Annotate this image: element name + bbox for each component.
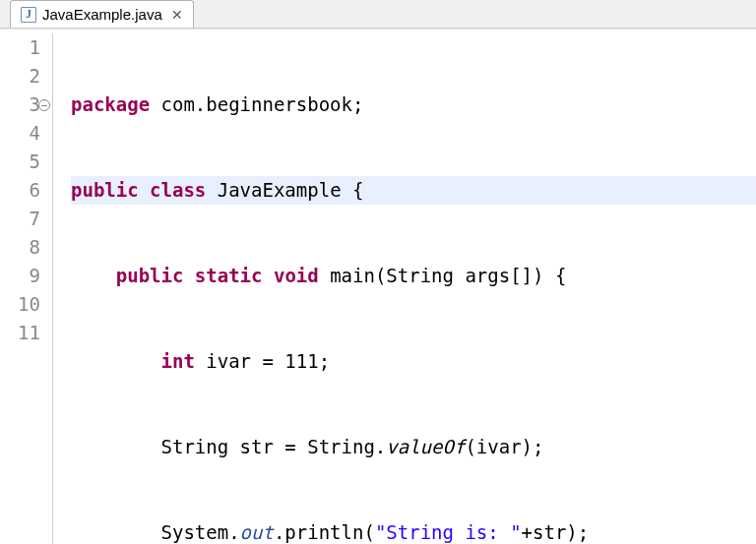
line-number-gutter: 1 2 3 4 5 6 7 8 9 10 11 [0,33,53,544]
line-number: 10 [0,290,40,319]
fold-toggle-icon[interactable] [38,99,50,111]
java-file-icon: J [21,7,36,23]
close-icon[interactable]: ✕ [168,7,183,23]
code-area[interactable]: package com.beginnersbook; public class … [53,33,756,544]
code-line: String str = String.valueOf(ivar); [71,433,756,461]
line-number: 7 [0,205,40,233]
line-number: 4 [0,119,40,148]
line-number: 3 [0,91,40,119]
code-editor[interactable]: 1 2 3 4 5 6 7 8 9 10 11 package com.begi… [0,29,756,544]
code-line: int ivar = 111; [71,347,756,376]
code-line: System.out.println("String is: "+str); [71,518,756,544]
line-number: 8 [0,233,40,262]
line-number: 6 [0,176,40,205]
line-number: 9 [0,262,40,290]
code-line: package com.beginnersbook; [71,91,756,119]
line-number: 2 [0,62,40,91]
line-number: 11 [0,319,40,347]
editor-tab[interactable]: J JavaExample.java ✕ [10,0,194,28]
code-line: public class JavaExample { [71,176,756,205]
line-number: 1 [0,33,40,62]
editor-tab-filename: JavaExample.java [42,6,162,23]
editor-tab-bar: J JavaExample.java ✕ [0,0,756,29]
code-line: public static void main(String args[]) { [71,262,756,290]
line-number: 5 [0,148,40,176]
